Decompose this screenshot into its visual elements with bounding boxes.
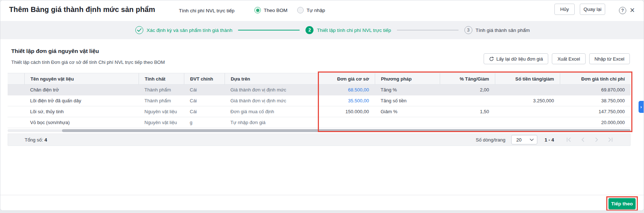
step2-badge: 2 — [305, 26, 313, 34]
cell-unit: Cái — [184, 95, 225, 106]
table-toolbar: Lấy lại dữ liệu đơn giá Xuất Excel Nhập … — [484, 53, 630, 64]
cell-method: Tăng % — [375, 85, 440, 95]
cell-name: Lõi điện trở đã quấn dây — [24, 95, 139, 106]
radio-unselected-icon — [297, 7, 304, 13]
cell-amount — [495, 117, 560, 128]
cell-name: Vỏ bọc (sơn/nhựa) — [24, 117, 139, 128]
col-header-unit: ĐVT chính — [184, 73, 225, 84]
scrollbar-thumb[interactable] — [62, 129, 631, 132]
table-row[interactable]: Lõi sứ, thủy tinh Nguyên vật liệu Cái Đơ… — [8, 106, 631, 117]
cell-type: Nguyên vật liệu — [139, 117, 184, 128]
last-page-button[interactable] — [606, 136, 614, 144]
cell-cost-price: 20.000,000 — [560, 117, 631, 128]
cell-base-price-link[interactable]: 35.500,00 — [319, 95, 375, 106]
col-header-method: Phương pháp — [375, 73, 440, 84]
radio-selected-icon — [254, 7, 261, 13]
cell-method: Tăng số tiền — [375, 95, 440, 106]
step1-label: Xác định kỳ và sản phẩm tính giá thành — [147, 28, 232, 33]
cell-name: Lõi sứ, thủy tinh — [24, 106, 139, 117]
cell-cost-price: 69.870,000 — [560, 85, 631, 95]
radio-theo-bom[interactable]: Theo BOM — [254, 7, 287, 13]
close-icon[interactable]: × — [630, 5, 635, 15]
chevron-down-icon — [530, 139, 534, 141]
cancel-button[interactable]: Hủy — [554, 4, 575, 15]
cell-cost-price: 38.750,000 — [560, 95, 631, 106]
side-panel-toggle[interactable]: › — [639, 101, 644, 113]
cell-base-price-link[interactable]: 68.500,00 — [319, 85, 375, 95]
bottom-action-bar — [0, 195, 644, 211]
cell-name: Chân điện trở — [24, 85, 139, 95]
section-subtitle: Thiết lập cách tính Đơn giá cơ sở để tín… — [11, 60, 165, 65]
step3-label: Tính giá thành sản phẩm — [476, 28, 530, 33]
next-button[interactable]: Tiếp theo — [608, 198, 636, 209]
back-button[interactable]: Quay lại — [580, 4, 605, 15]
table-row[interactable]: Lõi điện trở đã quấn dây Thành phẩm Cái … — [8, 95, 631, 106]
table-footer: Tổng số:4 Số dòng/trang 20 1 - 4 — [8, 134, 631, 146]
table-header-row: Tên nguyên vật liệu Tính chất ĐVT chính … — [8, 73, 631, 85]
step1-check-icon — [135, 26, 143, 34]
materials-table: Tên nguyên vật liệu Tính chất ĐVT chính … — [8, 73, 631, 146]
pagination — [565, 136, 614, 144]
header-blank-cell — [8, 73, 24, 84]
cell-percent — [440, 95, 495, 106]
export-excel-button[interactable]: Xuất Excel — [552, 53, 585, 64]
cell-cost-price: 147.750,000 — [560, 106, 631, 117]
cell-base-price: 150.000,00 — [319, 106, 375, 117]
refresh-prices-label: Lấy lại dữ liệu đơn giá — [496, 56, 543, 62]
cell-method — [375, 117, 440, 128]
cell-unit: g — [184, 117, 225, 128]
cell-type: Nguyên vật liệu — [139, 106, 184, 117]
table-row[interactable]: Chân điện trở Thành phẩm Cái Giá thành đ… — [8, 85, 631, 95]
cell-amount: 3.250,000 — [495, 95, 560, 106]
refresh-icon — [489, 57, 494, 61]
step2-label: Thiết lập tính chi phí NVL trực tiếp — [317, 28, 391, 33]
cell-basis: Tự nhập đơn giá — [225, 117, 319, 128]
chevron-right-icon: › — [640, 104, 642, 110]
cell-percent — [440, 117, 495, 128]
radio-tu-nhap-label: Tự nhập — [307, 8, 325, 13]
cell-percent: 2,00 — [440, 85, 495, 95]
cell-type: Thành phẩm — [139, 95, 184, 106]
section-title: Thiết lập đơn giá nguyên vật liệu — [11, 48, 99, 54]
col-header-cost-price: Đơn giá tính chi phí — [560, 73, 631, 84]
help-icon[interactable]: ? — [619, 7, 626, 14]
rows-per-page-select[interactable]: 20 — [511, 135, 537, 144]
cell-basis: Đơn giá mua cố định — [225, 106, 319, 117]
rows-per-page-value: 20 — [516, 137, 521, 143]
col-header-basis: Dựa trên — [225, 73, 319, 84]
cost-method-label: Tính chi phí NVL trực tiếp — [179, 8, 234, 13]
total-count-value: 4 — [45, 137, 47, 143]
step-connector-done — [238, 30, 300, 30]
cell-base-price — [319, 117, 375, 128]
cell-type: Thành phẩm — [139, 85, 184, 95]
next-page-button[interactable] — [592, 136, 600, 144]
col-header-base-price: Đơn giá cơ sở — [319, 73, 375, 84]
pagination-range: 1 - 4 — [545, 137, 554, 143]
cell-basis: Giá thành đơn vị định mức — [225, 85, 319, 95]
page-title: Thêm Bảng giá thành định mức sản phẩm — [9, 5, 155, 14]
col-header-type: Tính chất — [139, 73, 184, 84]
refresh-prices-button[interactable]: Lấy lại dữ liệu đơn giá — [484, 53, 549, 64]
import-excel-button[interactable]: Nhập từ Excel — [589, 53, 630, 64]
col-header-name: Tên nguyên vật liệu — [24, 73, 139, 84]
rows-per-page-label: Số dòng/trang — [476, 137, 505, 143]
col-header-percent: % Tăng/Giảm — [440, 73, 495, 84]
cell-basis: Giá thành đơn vị định mức — [225, 95, 319, 106]
radio-theo-bom-label: Theo BOM — [264, 8, 287, 13]
top-bar: Thêm Bảng giá thành định mức sản phẩm Tí… — [0, 0, 644, 21]
prev-page-button[interactable] — [579, 136, 587, 144]
cell-unit: Cái — [184, 106, 225, 117]
horizontal-scrollbar — [8, 129, 631, 132]
total-count: Tổng số:4 — [25, 137, 47, 143]
cell-unit: Cái — [184, 85, 225, 95]
table-row[interactable]: Vỏ bọc (sơn/nhựa) Nguyên vật liệu g Tự n… — [8, 117, 631, 128]
step-connector-pending — [397, 30, 459, 30]
stepper-bar: Xác định kỳ và sản phẩm tính giá thành 2… — [0, 21, 644, 39]
modal-window: Thêm Bảng giá thành định mức sản phẩm Tí… — [0, 0, 644, 211]
cell-amount — [495, 85, 560, 95]
cell-percent: 1,50 — [440, 106, 495, 117]
radio-tu-nhap[interactable]: Tự nhập — [297, 7, 325, 13]
col-header-amount: Số tiền tăng/giảm — [495, 73, 560, 84]
first-page-button[interactable] — [565, 136, 573, 144]
cell-method: Giảm % — [375, 106, 440, 117]
